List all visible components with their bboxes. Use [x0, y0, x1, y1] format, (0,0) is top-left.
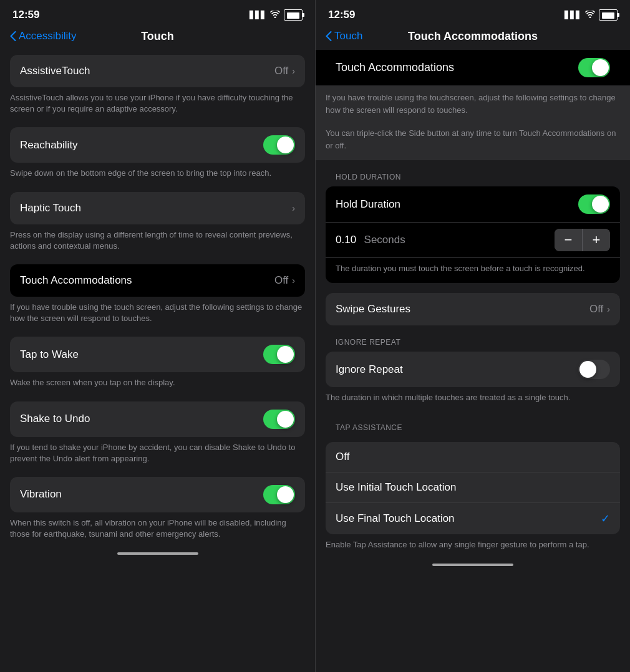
hold-duration-label: Hold Duration	[336, 198, 400, 211]
tap-to-wake-group: Tap to Wake	[10, 337, 305, 372]
ignore-repeat-label: Ignore Repeat	[336, 363, 403, 376]
touch-accomm-main-knob	[592, 59, 609, 76]
tap-option-final[interactable]: Use Final Touch Location ✓	[326, 503, 620, 534]
ignore-repeat-item[interactable]: Ignore Repeat	[326, 352, 620, 387]
left-time: 12:59	[12, 9, 39, 21]
ignore-repeat-toggle[interactable]	[578, 360, 610, 379]
reachability-item[interactable]: Reachability	[10, 127, 305, 163]
tap-option-off[interactable]: Off	[326, 442, 620, 473]
right-status-icons: ▋▋▋	[565, 9, 618, 21]
shake-to-undo-desc: If you tend to shake your iPhone by acci…	[0, 437, 315, 472]
tap-to-wake-label: Tap to Wake	[20, 348, 79, 361]
vibration-toggle[interactable]	[263, 485, 295, 504]
touch-accommodations-desc: If you have trouble using the touch scre…	[0, 297, 315, 332]
swipe-gestures-right: Off ›	[589, 303, 610, 315]
assistive-touch-chevron: ›	[292, 66, 295, 76]
swipe-gestures-item[interactable]: Swipe Gestures Off ›	[326, 293, 620, 325]
hold-duration-toggle[interactable]	[578, 194, 610, 214]
stepper-increment-button[interactable]: +	[583, 229, 610, 251]
right-wifi-icon	[585, 10, 595, 20]
right-info-block: If you have trouble using the touchscree…	[316, 85, 630, 160]
tap-option-final-label: Use Final Touch Location	[336, 512, 455, 525]
vibration-item[interactable]: Vibration	[10, 477, 305, 512]
touch-accommodations-item[interactable]: Touch Accommodations Off ›	[10, 264, 305, 297]
seconds-value: 0.10	[336, 234, 356, 246]
shake-to-undo-group: Shake to Undo	[10, 401, 305, 437]
right-nav-bar: Touch Touch Accommodations	[316, 27, 630, 50]
right-panel: 12:59 ▋▋▋ Touch Touch Accommodations To	[315, 0, 630, 672]
shake-to-undo-toggle[interactable]	[263, 410, 295, 429]
tap-option-off-label: Off	[336, 451, 349, 463]
right-scroll-content: Touch Accommodations If you have trouble…	[316, 50, 630, 672]
ignore-repeat-knob	[579, 361, 596, 378]
tap-to-wake-item[interactable]: Tap to Wake	[10, 337, 305, 372]
tap-assistance-section-label: TAP ASSISTANCE	[316, 411, 630, 437]
vibration-group: Vibration	[10, 477, 305, 512]
left-status-icons: ▋▋▋	[250, 9, 303, 21]
touch-accomm-toggle-item[interactable]: Touch Accommodations	[326, 50, 620, 85]
swipe-gestures-group: Swipe Gestures Off ›	[326, 293, 620, 325]
right-info-text1: If you have trouble using the touchscree…	[326, 92, 620, 116]
haptic-touch-right: ›	[292, 203, 295, 213]
left-back-button[interactable]: Accessibility	[10, 30, 77, 42]
tap-option-final-checkmark: ✓	[601, 512, 610, 526]
right-info-text2: You can triple-click the Side button at …	[326, 127, 620, 151]
signal-icon: ▋▋▋	[250, 11, 266, 19]
stepper-decrement-button[interactable]: −	[555, 229, 582, 251]
touch-accommodations-right: Off ›	[274, 274, 295, 287]
touch-accomm-toggle-label: Touch Accommodations	[336, 61, 454, 74]
assistive-touch-item[interactable]: AssistiveTouch Off ›	[10, 55, 305, 87]
shake-to-undo-label: Shake to Undo	[20, 413, 90, 425]
vibration-knob	[277, 486, 294, 503]
hold-duration-item[interactable]: Hold Duration	[326, 186, 620, 223]
left-nav-title: Touch	[141, 30, 174, 43]
left-status-bar: 12:59 ▋▋▋	[0, 0, 315, 27]
reachability-label: Reachability	[20, 139, 78, 151]
touch-accommodations-chevron: ›	[292, 276, 295, 286]
haptic-touch-item[interactable]: Haptic Touch ›	[10, 192, 305, 224]
battery-icon	[284, 9, 303, 21]
haptic-touch-group: Haptic Touch ›	[10, 192, 305, 224]
tap-option-initial-label: Use Initial Touch Location	[336, 481, 456, 494]
vibration-desc: When this switch is off, all vibration o…	[0, 512, 315, 547]
shake-to-undo-knob	[277, 411, 294, 428]
tap-to-wake-knob	[277, 346, 294, 363]
left-bottom-indicator	[117, 552, 198, 555]
right-back-button[interactable]: Touch	[326, 30, 362, 42]
assistive-touch-value: Off	[274, 65, 288, 77]
touch-accommodations-label: Touch Accommodations	[20, 274, 132, 287]
hold-duration-stepper: − +	[555, 229, 610, 251]
right-top-block: Touch Accommodations	[316, 50, 630, 85]
touch-accommodations-value: Off	[274, 274, 288, 287]
haptic-touch-label: Haptic Touch	[20, 202, 81, 214]
reachability-desc: Swipe down on the bottom edge of the scr…	[0, 163, 315, 186]
reachability-group: Reachability	[10, 127, 305, 163]
ignore-repeat-section-label: IGNORE REPEAT	[316, 325, 630, 352]
reachability-toggle[interactable]	[263, 135, 295, 155]
right-back-label: Touch	[334, 30, 362, 42]
left-panel: 12:59 ▋▋▋ Accessibility Touch As	[0, 0, 315, 672]
touch-accommodations-highlighted-group: Touch Accommodations Off ›	[10, 264, 305, 297]
assistive-touch-group: AssistiveTouch Off ›	[10, 55, 305, 87]
assistive-touch-label: AssistiveTouch	[20, 65, 90, 77]
reachability-toggle-knob	[277, 137, 294, 153]
hold-duration-block: Hold Duration 0.10 Seconds − + The durat…	[326, 186, 620, 283]
vibration-label: Vibration	[20, 488, 62, 501]
tap-to-wake-desc: Wake the screen when you tap on the disp…	[0, 372, 315, 396]
tap-to-wake-toggle[interactable]	[263, 345, 295, 364]
right-bottom-indicator	[432, 564, 513, 566]
right-battery-icon	[599, 9, 618, 21]
hold-duration-desc: The duration you must touch the screen b…	[326, 258, 620, 283]
touch-accomm-main-toggle[interactable]	[578, 58, 610, 77]
swipe-gestures-value: Off	[589, 303, 603, 315]
hold-duration-section-label: HOLD DURATION	[316, 160, 630, 186]
hold-duration-knob	[592, 196, 609, 213]
left-scroll-content: AssistiveTouch Off › AssistiveTouch allo…	[0, 50, 315, 672]
right-signal-icon: ▋▋▋	[565, 11, 581, 19]
tap-option-initial[interactable]: Use Initial Touch Location	[326, 473, 620, 503]
right-time: 12:59	[328, 9, 355, 21]
assistive-touch-right: Off ›	[274, 65, 295, 77]
shake-to-undo-item[interactable]: Shake to Undo	[10, 401, 305, 437]
left-back-label: Accessibility	[19, 30, 77, 42]
ignore-repeat-group: Ignore Repeat	[326, 352, 620, 387]
